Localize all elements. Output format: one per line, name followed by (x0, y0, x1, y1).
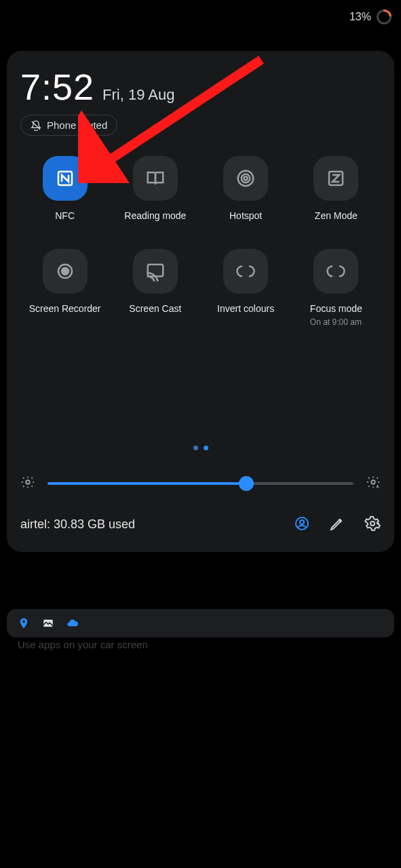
invert-icon (235, 261, 256, 281)
nfc-icon (55, 168, 75, 189)
battery-ring-icon (377, 9, 392, 24)
brightness-row: A (20, 475, 381, 492)
tile-screen-recorder[interactable]: Screen Recorder (20, 249, 109, 327)
tile-invert-colours[interactable]: Invert colours (202, 249, 290, 327)
brightness-auto-icon[interactable]: A (366, 475, 381, 492)
svg-point-9 (26, 480, 30, 484)
image-icon (42, 617, 54, 629)
tile-zen-mode[interactable]: Zen Mode (292, 156, 381, 222)
tile-label: Reading mode (124, 210, 186, 222)
notification-icon-strip[interactable] (7, 609, 394, 637)
book-icon (145, 168, 166, 189)
tile-nfc[interactable]: NFC (20, 156, 109, 222)
clock-row: 7:52 Fri, 19 Aug (20, 66, 381, 108)
svg-rect-8 (148, 264, 164, 277)
quick-tiles-grid: NFC Reading mode Hotspot Zen Mode Screen… (20, 156, 381, 327)
panel-footer: airtel: 30.83 GB used (20, 515, 381, 534)
tile-screen-cast[interactable]: Screen Cast (111, 249, 199, 327)
svg-point-10 (371, 480, 375, 484)
svg-point-2 (244, 177, 248, 180)
hotspot-icon (235, 168, 256, 189)
tile-label: Hotspot (229, 210, 262, 222)
page-indicator[interactable] (20, 446, 381, 450)
user-icon[interactable] (294, 515, 310, 534)
location-pin-icon (18, 617, 30, 629)
tile-label: Screen Recorder (29, 303, 101, 315)
tile-label: Focus mode (310, 303, 362, 315)
tile-sublabel: On at 9:00 am (310, 317, 362, 327)
cast-icon (145, 261, 166, 281)
tile-hotspot[interactable]: Hotspot (202, 156, 290, 222)
slider-thumb[interactable] (239, 476, 254, 491)
record-icon (55, 261, 75, 281)
zen-icon (326, 168, 346, 189)
focus-icon (326, 261, 346, 281)
svg-point-14 (370, 521, 375, 526)
brightness-low-icon[interactable] (20, 475, 35, 492)
edit-icon[interactable] (329, 515, 345, 534)
svg-point-7 (62, 268, 69, 275)
svg-point-13 (300, 520, 304, 524)
svg-point-3 (242, 174, 250, 183)
tile-label: Zen Mode (315, 210, 358, 222)
footer-actions (294, 515, 381, 534)
tile-label: Invert colours (217, 303, 274, 315)
background-notification-text: Use apps on your car screen (18, 639, 148, 650)
tile-reading-mode[interactable]: Reading mode (111, 156, 199, 222)
bell-off-icon (31, 120, 41, 131)
tile-label: NFC (55, 210, 75, 222)
quick-settings-panel: 7:52 Fri, 19 Aug Phone muted NFC Reading… (7, 51, 394, 552)
settings-icon[interactable] (364, 515, 381, 534)
tile-label: Screen Cast (129, 303, 181, 315)
battery-percentage: 13% (349, 11, 371, 23)
clock-date[interactable]: Fri, 19 Aug (102, 86, 174, 104)
phone-muted-chip[interactable]: Phone muted (20, 115, 117, 136)
phone-muted-label: Phone muted (47, 119, 107, 131)
clock-time[interactable]: 7:52 (20, 66, 94, 108)
cloud-icon (66, 617, 79, 629)
svg-text:A: A (377, 484, 380, 489)
page-dot-active (204, 446, 208, 450)
page-dot (193, 446, 198, 450)
data-usage-label[interactable]: airtel: 30.83 GB used (20, 517, 135, 532)
brightness-slider[interactable] (47, 482, 354, 485)
tile-focus-mode[interactable]: Focus mode On at 9:00 am (292, 249, 381, 327)
svg-point-4 (238, 171, 254, 186)
status-bar: 13% (0, 0, 401, 34)
